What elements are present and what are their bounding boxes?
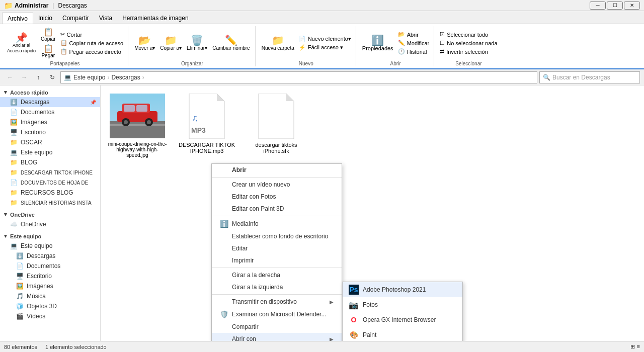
context-menu-item-editar-paint3d[interactable]: Editar con Paint 3D [212,203,342,215]
sidebar-item-imagenes2[interactable]: 🖼️ Imágenes [0,281,100,291]
app-title: Administrar [15,2,48,9]
opera-icon: O [349,315,359,325]
submenu-arrow: ▶ [330,299,334,305]
close-button[interactable]: ✕ [624,2,640,10]
sidebar-item-este-equipo[interactable]: 💻 Este equipo [0,147,100,157]
ribbon-btn-cortar[interactable]: ✂ Cortar [59,31,125,38]
sidebar-item-onedrive-header: ▾ OneDrive [0,210,100,219]
sidebar-item-label: DESCARGAR TIKTOK IPHONE [21,170,93,175]
selected-count: 1 elemento seleccionado [45,344,107,350]
fotos-app-icon: 📷 [349,300,359,310]
sidebar-item-escritorio[interactable]: 🖥️ Escritorio [0,127,100,137]
tab-archivo[interactable]: Archivo [2,13,33,24]
submenu-item-photoshop[interactable]: Ps Adobe Photoshop 2021 [343,282,462,297]
tab-herramientas[interactable]: Herramientas de imagen [117,13,193,24]
sidebar-item-label: Documentos [27,262,60,270]
ribbon-btn-seleccionar-todo[interactable]: ☑ Seleccionar todo [438,31,499,38]
nav-up-button[interactable]: ↑ [32,71,44,83]
nav-back-button[interactable]: ← [4,71,16,83]
context-menu-item-crear-video[interactable]: Crear un vídeo nuevo [212,179,342,191]
ribbon-btn-facil-acceso[interactable]: ⚡ Fácil acceso ▾ [297,44,353,51]
sidebar-item-onedrive[interactable]: ☁️ OneDrive [0,219,100,229]
sidebar-item-label: Documentos [21,109,54,116]
ribbon-btn-eliminar[interactable]: 🗑️ Eliminar▾ [185,34,209,52]
downloads-icon: ⬇️ [10,99,18,106]
sidebar-item-documentos[interactable]: 📄 Documentos [0,107,100,117]
sidebar-item-documentos-hoja[interactable]: 📄 DOCUMENTOS DE HOJA DE [0,178,100,188]
minimize-button[interactable]: ─ [590,2,606,10]
context-menu-item-transmitir[interactable]: Transmitir en dispositivo ▶ [212,296,342,308]
paste-icon: 📋 [43,45,53,53]
sidebar-item-descargas[interactable]: ⬇️ Descargas 📌 [0,97,100,107]
ribbon-btn-pegar[interactable]: 📋 Pegar [39,44,57,59]
ribbon-btn-no-seleccionar[interactable]: ☐ No seleccionar nada [438,39,499,47]
computer-icon: 💻 [10,149,18,156]
ribbon-btn-nuevo-elemento[interactable]: 📄 Nuevo elemento▾ [297,35,353,43]
mediainfo-menu-icon: ℹ️ [220,220,228,228]
context-editar-fotos-label: Editar con Fotos [232,193,276,200]
view-list-icon[interactable]: ≡ [637,343,640,350]
context-menu-item-establecer-fondo[interactable]: Establecer como fondo de escritorio [212,230,342,242]
view-grid-icon[interactable]: ⊞ [630,343,635,350]
ribbon-btn-cambiar-nombre[interactable]: ✏️ Cambiar nombre [210,34,252,52]
ribbon-btn-modificar[interactable]: ✏️ Modificar [396,39,431,47]
search-box[interactable]: 🔍 Buscar en Descargas [539,71,640,83]
context-menu-item-imprimir[interactable]: Imprimir [212,254,342,267]
context-menu-item-girar-derecha[interactable]: Girar a la derecha [212,269,342,281]
window-title: Descargas [58,2,87,9]
rename-icon: ✏️ [225,35,237,45]
sidebar-item-escritorio2[interactable]: 🖥️ Escritorio [0,271,100,281]
context-menu-item-mediainfo[interactable]: ℹ️ MediaInfo [212,217,342,230]
ribbon-btn-nueva-carpeta[interactable]: 📁 Nueva carpeta [260,34,296,52]
ribbon-btn-copiar-ruta[interactable]: 📋 Copiar ruta de acceso [59,39,125,47]
sidebar-item-blog[interactable]: 📁 BLOG [0,157,100,167]
context-menu-item-editar-fotos[interactable]: Editar con Fotos [212,191,342,203]
submenu-item-opera[interactable]: O Opera GX Internet Browser [343,312,462,327]
path-computer-icon: 💻 [64,74,71,81]
sidebar-item-label: Este equipo [21,149,52,156]
sidebar-item-imagenes[interactable]: 🖼️ Imágenes [0,117,100,127]
ribbon-btn-invertir-seleccion[interactable]: ⇄ Invertir selección [438,48,499,55]
sidebar-item-descargas2[interactable]: ⬇️ Descargas [0,251,100,261]
submenu-item-fotos[interactable]: 📷 Fotos [343,297,462,312]
ribbon-btn-abrir[interactable]: 📂 Abrir [396,31,431,38]
submenu-photoshop-label: Adobe Photoshop 2021 [363,286,426,293]
context-menu-item-editar[interactable]: Editar [212,242,342,254]
sidebar-item-recursos-blog[interactable]: 📁 RECURSOS BLOG [0,188,100,198]
submenu-item-paint[interactable]: 🎨 Paint [343,327,462,341]
ribbon-btn-propiedades[interactable]: ℹ️ Propiedades [360,34,395,52]
context-menu-item-girar-izquierda[interactable]: Girar a la izquierda [212,281,342,293]
context-menu-item-compartir[interactable]: Compartir [212,321,342,333]
maximize-button[interactable]: ☐ [607,2,623,10]
tab-inicio[interactable]: Inicio [33,13,57,24]
ribbon-btn-copiar-a[interactable]: 📁 Copiar a▾ [158,34,184,52]
sidebar-item-descargar-tiktok[interactable]: 📁 DESCARGAR TIKTOK IPHONE [0,167,100,178]
sidebar-item-label: SILENCIAR HISTORIAS INSTA [21,200,92,206]
expand-icon2: ▾ [4,211,7,218]
ribbon-btn-anclar[interactable]: 📌 Anclar alAcceso rápido [5,32,38,55]
address-path[interactable]: 💻 Este equipo › Descargas › [60,71,537,83]
copy-path-icon: 📋 [60,40,67,46]
ribbon-btn-copiar[interactable]: 📋 Copiar [39,27,57,43]
sidebar-item-documentos2[interactable]: 📄 Documentos [0,261,100,271]
nav-refresh-button[interactable]: ↻ [46,71,58,83]
ribbon-group-organizar: 📂 Mover a▾ 📁 Copiar a▾ 🗑️ Eliminar▾ ✏️ C… [129,26,256,66]
context-menu-item-examinar-defender[interactable]: 🛡️ Examinar con Microsoft Defender... [212,308,342,321]
context-imprimir-label: Imprimir [232,257,254,264]
tiktok-folder-icon: 📁 [10,169,18,176]
sidebar-item-videos[interactable]: 🎬 Vídeos [0,311,100,321]
context-menu-item-abrir[interactable]: Abrir [212,164,342,176]
ribbon-btn-historial[interactable]: 🕐 Historial [396,48,431,55]
sidebar-item-equipo[interactable]: 💻 Este equipo [0,241,100,251]
context-menu-item-abrir-con[interactable]: Abrir con ▶ [212,333,342,341]
tab-vista[interactable]: Vista [94,13,117,24]
sidebar-item-objetos3d[interactable]: 🧊 Objetos 3D [0,301,100,311]
sidebar-item-musica[interactable]: 🎵 Música [0,291,100,301]
tab-compartir[interactable]: Compartir [57,13,94,24]
ribbon-btn-pegar-acceso[interactable]: 📋 Pegar acceso directo [59,48,125,55]
nav-forward-button[interactable]: → [18,71,30,83]
sidebar-item-silenciar[interactable]: 📁 SILENCIAR HISTORIAS INSTA [0,198,100,208]
sidebar-item-oscar[interactable]: 📁 OSCAR [0,137,100,147]
title-bar-left: 📁 Administrar | Descargas [4,2,87,10]
ribbon-btn-mover[interactable]: 📂 Mover a▾ [132,34,157,52]
